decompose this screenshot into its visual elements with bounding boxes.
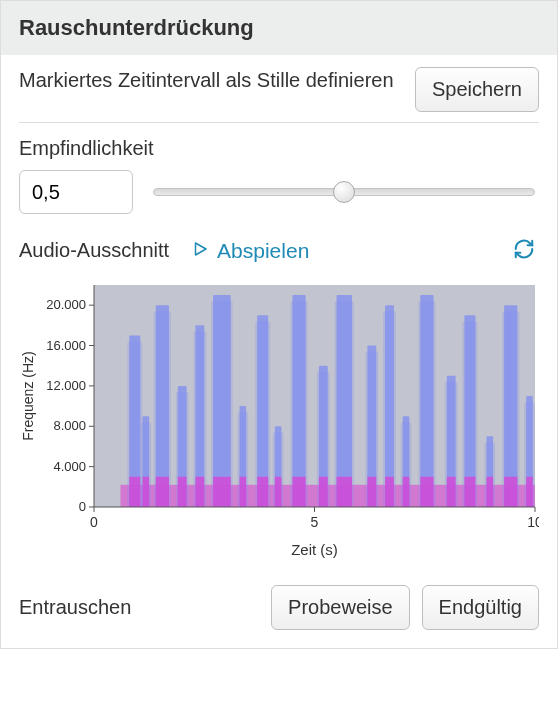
refresh-icon xyxy=(513,248,535,263)
play-button[interactable]: Abspielen xyxy=(187,237,313,265)
noise-reduction-panel: Rauschunterdrückung Markiertes Zeitinter… xyxy=(0,0,558,649)
silence-label: Markiertes Zeitintervall als Stille defi… xyxy=(19,67,403,93)
play-icon xyxy=(191,239,209,263)
svg-text:Frequenz (Hz): Frequenz (Hz) xyxy=(20,351,36,440)
svg-rect-59 xyxy=(486,477,493,507)
svg-rect-17 xyxy=(195,477,204,507)
svg-text:0: 0 xyxy=(90,514,98,530)
sensitivity-input[interactable] xyxy=(19,170,133,214)
svg-text:16.000: 16.000 xyxy=(46,338,86,353)
spectrogram-chart: 04.0008.00012.00016.00020.000Frequenz (H… xyxy=(19,283,539,563)
denoise-final-button[interactable]: Endgültig xyxy=(422,585,539,630)
svg-text:8.000: 8.000 xyxy=(53,418,86,433)
svg-rect-62 xyxy=(504,477,517,507)
svg-rect-37 xyxy=(335,301,354,507)
panel-body: Markiertes Zeitintervall als Stille defi… xyxy=(1,55,557,648)
svg-rect-19 xyxy=(211,301,233,507)
sensitivity-controls xyxy=(19,170,539,214)
svg-rect-29 xyxy=(275,477,282,507)
denoise-label: Entrauschen xyxy=(19,596,131,619)
refresh-button[interactable] xyxy=(509,236,539,265)
audio-row: Audio-Ausschnitt Abspielen xyxy=(19,236,539,265)
svg-text:4.000: 4.000 xyxy=(53,459,86,474)
svg-marker-0 xyxy=(196,243,207,255)
sensitivity-slider-wrap xyxy=(153,182,539,202)
svg-rect-53 xyxy=(447,477,456,507)
svg-rect-41 xyxy=(367,477,376,507)
svg-rect-26 xyxy=(257,477,268,507)
silence-row: Markiertes Zeitintervall als Stille defi… xyxy=(19,67,539,123)
save-silence-button[interactable]: Speichern xyxy=(415,67,539,112)
svg-rect-14 xyxy=(178,477,187,507)
svg-rect-20 xyxy=(213,477,231,507)
svg-rect-35 xyxy=(319,477,328,507)
svg-rect-32 xyxy=(292,477,305,507)
svg-text:20.000: 20.000 xyxy=(46,297,86,312)
sensitivity-section: Empfindlichkeit xyxy=(19,123,539,214)
svg-text:12.000: 12.000 xyxy=(46,378,86,393)
svg-rect-31 xyxy=(290,301,307,507)
sensitivity-label: Empfindlichkeit xyxy=(19,137,539,160)
svg-rect-5 xyxy=(129,477,140,507)
panel-header: Rauschunterdrückung xyxy=(1,1,557,55)
svg-rect-44 xyxy=(385,477,394,507)
slider-thumb[interactable] xyxy=(333,181,355,203)
svg-text:10: 10 xyxy=(527,514,539,530)
svg-text:Zeit (s): Zeit (s) xyxy=(291,541,338,558)
svg-rect-47 xyxy=(403,477,410,507)
svg-rect-38 xyxy=(337,477,352,507)
svg-rect-8 xyxy=(143,477,150,507)
svg-rect-11 xyxy=(156,477,169,507)
svg-text:0: 0 xyxy=(79,499,86,514)
sensitivity-slider[interactable] xyxy=(153,182,535,202)
svg-rect-56 xyxy=(464,477,475,507)
svg-text:5: 5 xyxy=(311,514,319,530)
denoise-trial-button[interactable]: Probeweise xyxy=(271,585,410,630)
play-label: Abspielen xyxy=(217,239,309,263)
svg-rect-65 xyxy=(526,477,533,507)
svg-rect-50 xyxy=(420,477,433,507)
svg-rect-49 xyxy=(418,301,435,507)
svg-rect-23 xyxy=(240,477,247,507)
panel-title: Rauschunterdrückung xyxy=(19,15,539,41)
audio-section-label: Audio-Ausschnitt xyxy=(19,239,169,262)
denoise-row: Entrauschen Probeweise Endgültig xyxy=(19,585,539,630)
